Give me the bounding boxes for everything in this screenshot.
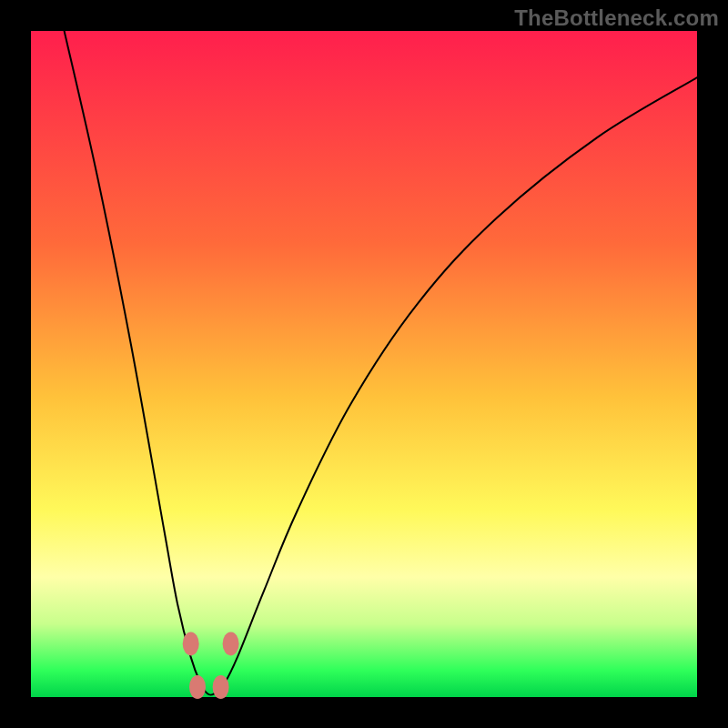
chart-frame: TheBottleneck.com xyxy=(0,0,728,728)
curve-marker-3 xyxy=(223,632,239,655)
curve-layer xyxy=(31,31,697,697)
curve-marker-1 xyxy=(189,675,206,699)
markers-group xyxy=(183,632,239,699)
curve-marker-2 xyxy=(213,675,229,699)
watermark-text: TheBottleneck.com xyxy=(514,5,719,31)
curve-marker-0 xyxy=(183,632,199,655)
plot-area xyxy=(31,31,697,697)
bottleneck-curve xyxy=(65,31,697,695)
